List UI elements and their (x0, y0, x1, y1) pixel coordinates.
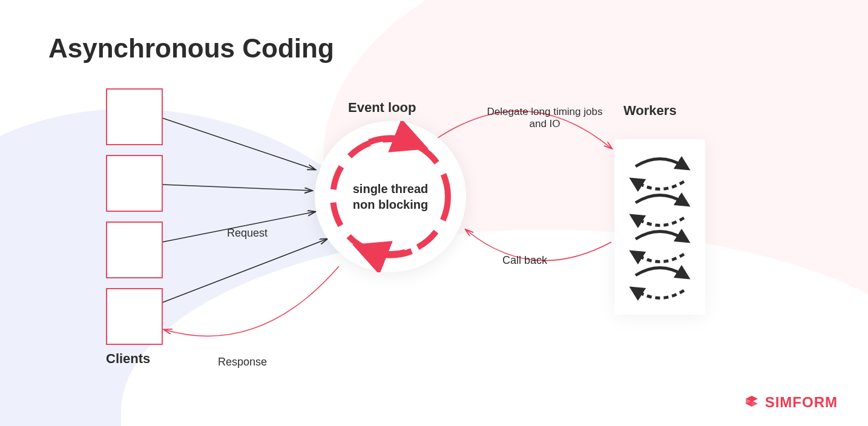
workers-box (614, 139, 705, 315)
page-title: Asynchronous Coding (48, 33, 334, 64)
clients-label: Clients (106, 351, 150, 367)
request-label: Request (227, 227, 268, 240)
simform-icon (743, 394, 760, 411)
event-loop-line1: single thread (353, 181, 428, 197)
brand-logo: SIMFORM (743, 394, 838, 411)
brand-text: SIMFORM (765, 394, 838, 411)
workers-threads-icon (626, 148, 693, 306)
client-box (106, 88, 163, 145)
client-box (106, 155, 163, 212)
workers-label: Workers (623, 103, 677, 119)
client-box (106, 288, 163, 345)
client-box (106, 221, 163, 278)
event-loop-label: Event loop (348, 100, 416, 116)
response-label: Response (218, 356, 267, 369)
delegate-label: Delegate long timing jobs and IO (478, 106, 611, 130)
event-loop-line2: non blocking (353, 197, 428, 212)
callback-label: Call back (502, 254, 547, 267)
event-loop-circle: single thread non blocking (315, 121, 466, 272)
